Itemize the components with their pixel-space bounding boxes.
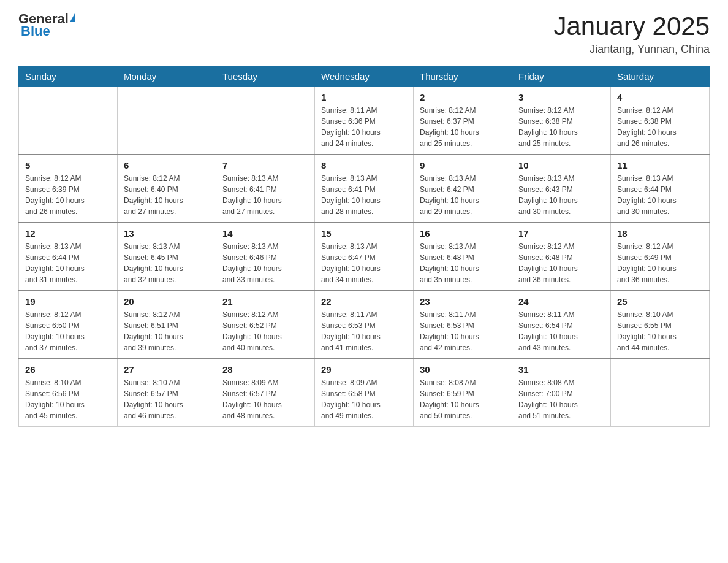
header: General Blue January 2025 Jiantang, Yunn…	[18, 12, 710, 56]
calendar-cell: 11Sunrise: 8:13 AM Sunset: 6:44 PM Dayli…	[611, 155, 710, 223]
day-info: Sunrise: 8:11 AM Sunset: 6:53 PM Dayligh…	[321, 309, 407, 353]
calendar-cell: 5Sunrise: 8:12 AM Sunset: 6:39 PM Daylig…	[19, 155, 118, 223]
day-info: Sunrise: 8:12 AM Sunset: 6:38 PM Dayligh…	[617, 105, 703, 149]
day-info: Sunrise: 8:09 AM Sunset: 6:57 PM Dayligh…	[222, 377, 308, 421]
day-info: Sunrise: 8:10 AM Sunset: 6:56 PM Dayligh…	[25, 377, 111, 421]
calendar-cell: 6Sunrise: 8:12 AM Sunset: 6:40 PM Daylig…	[118, 155, 216, 223]
logo: General Blue	[18, 12, 75, 38]
day-info: Sunrise: 8:09 AM Sunset: 6:58 PM Dayligh…	[321, 377, 407, 421]
day-number: 31	[518, 364, 604, 375]
day-number: 15	[321, 228, 407, 239]
logo-blue-text: Blue	[21, 23, 50, 39]
calendar-cell	[611, 359, 710, 427]
calendar-cell: 16Sunrise: 8:13 AM Sunset: 6:48 PM Dayli…	[414, 223, 512, 291]
calendar-week-row: 19Sunrise: 8:12 AM Sunset: 6:50 PM Dayli…	[19, 291, 710, 359]
calendar-cell: 7Sunrise: 8:13 AM Sunset: 6:41 PM Daylig…	[216, 155, 315, 223]
calendar-cell: 14Sunrise: 8:13 AM Sunset: 6:46 PM Dayli…	[216, 223, 315, 291]
day-info: Sunrise: 8:12 AM Sunset: 6:40 PM Dayligh…	[124, 173, 210, 217]
calendar-cell: 9Sunrise: 8:13 AM Sunset: 6:42 PM Daylig…	[414, 155, 512, 223]
header-wednesday: Wednesday	[315, 66, 414, 87]
calendar-cell: 8Sunrise: 8:13 AM Sunset: 6:41 PM Daylig…	[315, 155, 414, 223]
day-number: 21	[222, 296, 308, 307]
day-info: Sunrise: 8:12 AM Sunset: 6:49 PM Dayligh…	[617, 241, 703, 285]
calendar-cell: 26Sunrise: 8:10 AM Sunset: 6:56 PM Dayli…	[19, 359, 118, 427]
calendar-cell: 12Sunrise: 8:13 AM Sunset: 6:44 PM Dayli…	[19, 223, 118, 291]
day-number: 5	[25, 160, 111, 170]
day-number: 17	[518, 228, 604, 239]
day-number: 7	[222, 160, 308, 170]
day-number: 18	[617, 228, 703, 239]
calendar-cell	[216, 87, 315, 155]
header-saturday: Saturday	[611, 66, 710, 87]
day-number: 8	[321, 160, 407, 170]
day-number: 23	[420, 296, 506, 307]
day-number: 22	[321, 296, 407, 307]
calendar-cell	[19, 87, 118, 155]
day-number: 25	[617, 296, 703, 307]
day-info: Sunrise: 8:08 AM Sunset: 6:59 PM Dayligh…	[420, 377, 506, 421]
calendar-cell: 30Sunrise: 8:08 AM Sunset: 6:59 PM Dayli…	[414, 359, 512, 427]
calendar-subtitle: Jiantang, Yunnan, China	[553, 43, 710, 56]
calendar-cell: 1Sunrise: 8:11 AM Sunset: 6:36 PM Daylig…	[315, 87, 414, 155]
logo-triangle-icon	[70, 13, 75, 22]
day-info: Sunrise: 8:12 AM Sunset: 6:39 PM Dayligh…	[25, 173, 111, 217]
day-number: 19	[25, 296, 111, 307]
day-number: 14	[222, 228, 308, 239]
day-number: 11	[617, 160, 703, 170]
day-number: 4	[617, 92, 703, 102]
calendar-cell: 18Sunrise: 8:12 AM Sunset: 6:49 PM Dayli…	[611, 223, 710, 291]
calendar-cell: 17Sunrise: 8:12 AM Sunset: 6:48 PM Dayli…	[512, 223, 611, 291]
calendar-cell: 20Sunrise: 8:12 AM Sunset: 6:51 PM Dayli…	[118, 291, 216, 359]
day-number: 12	[25, 228, 111, 239]
day-number: 16	[420, 228, 506, 239]
day-info: Sunrise: 8:12 AM Sunset: 6:51 PM Dayligh…	[124, 309, 210, 353]
day-info: Sunrise: 8:12 AM Sunset: 6:50 PM Dayligh…	[25, 309, 111, 353]
day-info: Sunrise: 8:12 AM Sunset: 6:48 PM Dayligh…	[518, 241, 604, 285]
header-tuesday: Tuesday	[216, 66, 315, 87]
day-number: 20	[124, 296, 210, 307]
day-number: 30	[420, 364, 506, 375]
calendar-cell: 21Sunrise: 8:12 AM Sunset: 6:52 PM Dayli…	[216, 291, 315, 359]
day-info: Sunrise: 8:13 AM Sunset: 6:44 PM Dayligh…	[617, 173, 703, 217]
day-number: 6	[124, 160, 210, 170]
day-info: Sunrise: 8:13 AM Sunset: 6:47 PM Dayligh…	[321, 241, 407, 285]
calendar-cell: 2Sunrise: 8:12 AM Sunset: 6:37 PM Daylig…	[414, 87, 512, 155]
calendar-cell: 28Sunrise: 8:09 AM Sunset: 6:57 PM Dayli…	[216, 359, 315, 427]
day-number: 9	[420, 160, 506, 170]
day-info: Sunrise: 8:13 AM Sunset: 6:48 PM Dayligh…	[420, 241, 506, 285]
day-number: 3	[518, 92, 604, 102]
day-info: Sunrise: 8:12 AM Sunset: 6:37 PM Dayligh…	[420, 105, 506, 149]
calendar-cell: 22Sunrise: 8:11 AM Sunset: 6:53 PM Dayli…	[315, 291, 414, 359]
day-info: Sunrise: 8:11 AM Sunset: 6:53 PM Dayligh…	[420, 309, 506, 353]
calendar-cell: 13Sunrise: 8:13 AM Sunset: 6:45 PM Dayli…	[118, 223, 216, 291]
calendar-cell: 23Sunrise: 8:11 AM Sunset: 6:53 PM Dayli…	[414, 291, 512, 359]
day-info: Sunrise: 8:12 AM Sunset: 6:52 PM Dayligh…	[222, 309, 308, 353]
header-thursday: Thursday	[414, 66, 512, 87]
calendar-week-row: 12Sunrise: 8:13 AM Sunset: 6:44 PM Dayli…	[19, 223, 710, 291]
calendar-cell: 19Sunrise: 8:12 AM Sunset: 6:50 PM Dayli…	[19, 291, 118, 359]
header-friday: Friday	[512, 66, 611, 87]
calendar-header-row: Sunday Monday Tuesday Wednesday Thursday…	[19, 66, 710, 87]
day-number: 24	[518, 296, 604, 307]
day-number: 29	[321, 364, 407, 375]
day-info: Sunrise: 8:11 AM Sunset: 6:54 PM Dayligh…	[518, 309, 604, 353]
calendar-cell: 4Sunrise: 8:12 AM Sunset: 6:38 PM Daylig…	[611, 87, 710, 155]
calendar-cell: 24Sunrise: 8:11 AM Sunset: 6:54 PM Dayli…	[512, 291, 611, 359]
day-number: 27	[124, 364, 210, 375]
day-info: Sunrise: 8:13 AM Sunset: 6:41 PM Dayligh…	[222, 173, 308, 217]
day-info: Sunrise: 8:13 AM Sunset: 6:43 PM Dayligh…	[518, 173, 604, 217]
day-info: Sunrise: 8:13 AM Sunset: 6:44 PM Dayligh…	[25, 241, 111, 285]
day-info: Sunrise: 8:13 AM Sunset: 6:45 PM Dayligh…	[124, 241, 210, 285]
day-number: 2	[420, 92, 506, 102]
calendar-week-row: 1Sunrise: 8:11 AM Sunset: 6:36 PM Daylig…	[19, 87, 710, 155]
day-info: Sunrise: 8:11 AM Sunset: 6:36 PM Dayligh…	[321, 105, 407, 149]
title-area: January 2025 Jiantang, Yunnan, China	[553, 12, 710, 56]
calendar-body: 1Sunrise: 8:11 AM Sunset: 6:36 PM Daylig…	[19, 87, 710, 427]
day-number: 10	[518, 160, 604, 170]
day-info: Sunrise: 8:13 AM Sunset: 6:46 PM Dayligh…	[222, 241, 308, 285]
day-info: Sunrise: 8:08 AM Sunset: 7:00 PM Dayligh…	[518, 377, 604, 421]
calendar-cell: 10Sunrise: 8:13 AM Sunset: 6:43 PM Dayli…	[512, 155, 611, 223]
calendar-cell: 29Sunrise: 8:09 AM Sunset: 6:58 PM Dayli…	[315, 359, 414, 427]
day-number: 1	[321, 92, 407, 102]
day-number: 28	[222, 364, 308, 375]
